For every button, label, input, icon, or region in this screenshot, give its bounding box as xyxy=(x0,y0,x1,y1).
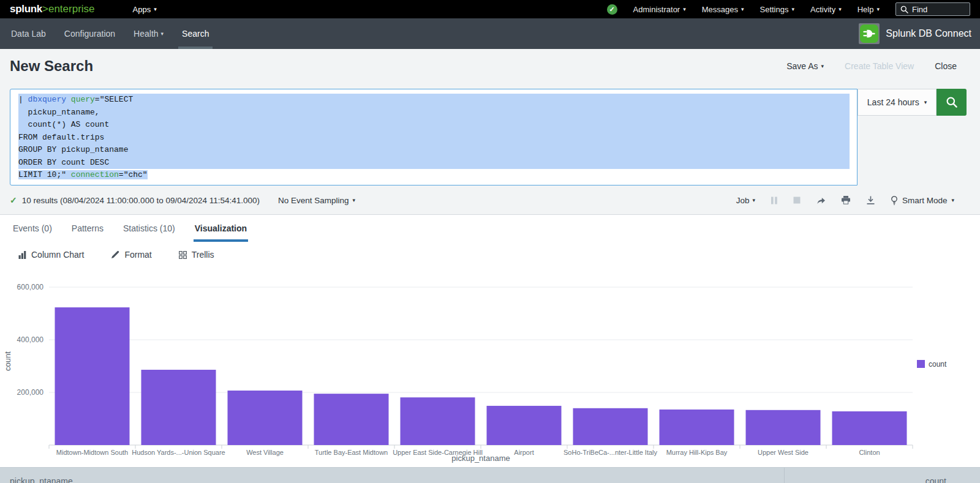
bar-2[interactable] xyxy=(141,370,216,445)
format-button[interactable]: Format xyxy=(111,250,151,260)
save-as-button[interactable]: Save As ▾ xyxy=(786,61,824,71)
column-chart: 200,000400,000600,000Midtown-Midtown Sou… xyxy=(0,268,980,467)
search-mode-label: Smart Mode xyxy=(902,196,948,205)
lightbulb-icon xyxy=(891,196,898,205)
close-button[interactable]: Close xyxy=(935,61,957,71)
statistics-table-header: pickup_ntaname count xyxy=(0,467,980,483)
nav-item-configuration[interactable]: Configuration xyxy=(55,18,124,49)
activity-menu-label: Activity xyxy=(810,5,835,14)
bar-10[interactable] xyxy=(832,411,907,445)
nav-item-label: Configuration xyxy=(64,18,115,49)
job-controls: Job ▾ xyxy=(736,196,954,205)
bar-4[interactable] xyxy=(314,394,389,445)
topbar-right-group: ✓ Administrator ▾ Messages ▾ Settings ▾ … xyxy=(607,2,970,16)
app-home-link[interactable]: Splunk DB Connect xyxy=(859,23,971,44)
job-menu[interactable]: Job ▾ xyxy=(736,196,755,205)
event-sampling-menu[interactable]: No Event Sampling ▾ xyxy=(278,196,355,205)
settings-menu[interactable]: Settings ▾ xyxy=(760,5,795,14)
run-search-button[interactable] xyxy=(937,89,967,116)
nav-item-health[interactable]: Health ▾ xyxy=(124,18,173,49)
y-axis-tick-label: 600,000 xyxy=(17,283,44,291)
bar-7[interactable] xyxy=(573,408,648,445)
find-search-box[interactable] xyxy=(895,2,970,16)
app-name: Splunk DB Connect xyxy=(886,28,971,39)
column-header-count[interactable]: count xyxy=(784,468,980,483)
tab-label: Visualization xyxy=(195,223,247,233)
page-header: New Search Save As ▾ Create Table View C… xyxy=(0,49,980,83)
caret-down-icon: ▾ xyxy=(951,198,954,203)
x-axis-category-label: Hudson Yards-...-Union Square xyxy=(132,449,225,456)
apps-menu[interactable]: Apps ▾ xyxy=(133,5,157,14)
stop-icon xyxy=(793,197,801,204)
y-axis-tick-label: 400,000 xyxy=(17,335,44,344)
find-input[interactable] xyxy=(912,5,965,14)
create-table-view-label: Create Table View xyxy=(845,61,914,71)
bar-8[interactable] xyxy=(660,410,734,445)
column-header-pickup-ntaname[interactable]: pickup_ntaname xyxy=(0,468,784,483)
settings-menu-label: Settings xyxy=(760,5,789,14)
nav-item-label: Data Lab xyxy=(11,18,46,49)
logo-splunk-text: splunk xyxy=(10,3,42,15)
activity-menu[interactable]: Activity ▾ xyxy=(810,5,842,14)
bar-6[interactable] xyxy=(487,406,562,445)
header-actions: Save As ▾ Create Table View Close xyxy=(786,61,957,71)
x-axis-title: pickup_ntaname xyxy=(451,454,510,463)
save-as-label: Save As xyxy=(786,61,818,71)
column-chart-icon xyxy=(18,251,26,259)
caret-down-icon: ▾ xyxy=(752,198,755,203)
query-line: pickup_ntaname, xyxy=(18,107,850,119)
x-axis-category-label: West Village xyxy=(246,449,284,456)
nav-item-label: Search xyxy=(182,18,209,49)
query-line: count(*) AS count xyxy=(18,119,850,132)
tab-visualization[interactable]: Visualization xyxy=(194,215,248,242)
messages-menu-label: Messages xyxy=(702,5,738,14)
query-line: ORDER BY count DESC xyxy=(18,157,850,170)
messages-menu[interactable]: Messages ▾ xyxy=(702,5,744,14)
help-menu-label: Help xyxy=(858,5,874,14)
share-button[interactable] xyxy=(816,196,826,204)
x-axis-category-label: Airport xyxy=(514,449,533,456)
nav-item-search[interactable]: Search xyxy=(173,18,218,49)
bar-3[interactable] xyxy=(228,391,303,445)
bar-5[interactable] xyxy=(401,397,475,445)
splunk-logo[interactable]: splunk>enterprise xyxy=(10,3,95,15)
results-bar: ✓ 10 results (08/04/2024 11:00:00.000 to… xyxy=(0,186,980,214)
tab-events[interactable]: Events (0) xyxy=(12,215,53,242)
caret-down-icon: ▾ xyxy=(839,7,842,12)
health-status-icon[interactable]: ✓ xyxy=(607,4,617,15)
export-button[interactable] xyxy=(866,196,875,204)
print-button[interactable] xyxy=(841,196,851,204)
bar-9[interactable] xyxy=(746,410,821,445)
results-status-text: 10 results (08/04/2024 11:00:00.000 to 0… xyxy=(22,196,260,205)
search-icon xyxy=(946,96,958,108)
visualization-toolbar: Column Chart Format Trellis xyxy=(0,241,980,268)
x-axis-category-label: SoHo-TriBeCa-...nter-Little Italy xyxy=(564,449,658,456)
pause-icon xyxy=(771,197,778,204)
legend-label[interactable]: count xyxy=(929,360,947,369)
tab-statistics[interactable]: Statistics (10) xyxy=(122,215,176,242)
pencil-icon xyxy=(111,250,119,259)
app-nav-bar: Data Lab Configuration Health ▾ Search S… xyxy=(0,18,980,49)
administrator-menu[interactable]: Administrator ▾ xyxy=(633,5,686,14)
top-bar: splunk>enterprise Apps ▾ ✓ Administrator… xyxy=(0,0,980,18)
tab-label: Events (0) xyxy=(13,223,52,233)
column-chart-svg: 200,000400,000600,000Midtown-Midtown Sou… xyxy=(0,268,980,467)
trellis-button[interactable]: Trellis xyxy=(179,250,214,260)
tab-patterns[interactable]: Patterns xyxy=(70,215,105,242)
chart-type-picker[interactable]: Column Chart xyxy=(18,250,84,260)
help-menu[interactable]: Help ▾ xyxy=(858,5,880,14)
caret-down-icon: ▾ xyxy=(353,198,356,203)
administrator-menu-label: Administrator xyxy=(633,5,680,14)
share-icon xyxy=(816,196,826,204)
nav-item-data-lab[interactable]: Data Lab xyxy=(2,18,55,49)
nav-item-label: Health xyxy=(134,18,158,49)
format-label: Format xyxy=(124,250,151,260)
tab-label: Statistics (10) xyxy=(123,223,175,233)
time-range-picker[interactable]: Last 24 hours ▾ xyxy=(858,89,937,116)
search-mode-menu[interactable]: Smart Mode ▾ xyxy=(891,196,954,205)
search-query-input[interactable]: | dbxquery query="SELECT pickup_ntaname,… xyxy=(10,89,858,185)
bar-1[interactable] xyxy=(55,307,130,445)
trellis-label: Trellis xyxy=(192,250,214,260)
download-icon xyxy=(866,196,875,204)
results-check-icon: ✓ xyxy=(10,195,17,205)
